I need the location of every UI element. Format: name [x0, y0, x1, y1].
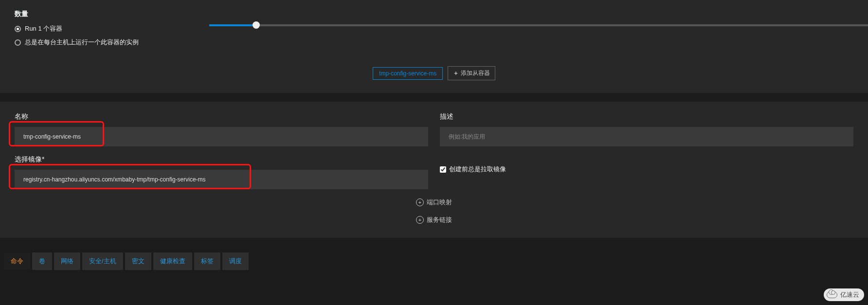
radio-icon [15, 39, 21, 46]
description-label: 描述 [440, 112, 853, 121]
service-link-label: 服务链接 [427, 215, 452, 224]
slider-fill [209, 24, 255, 26]
settings-tabs: 命令 卷 网络 安全/主机 密文 健康检查 标签 调度 [0, 252, 868, 270]
always-pull-label: 创建前总是拉取镜像 [449, 165, 506, 174]
plus-circle-icon: + [416, 216, 424, 224]
add-secondary-label: 添加从容器 [461, 69, 490, 77]
tab-health-check[interactable]: 健康检查 [153, 252, 192, 270]
quantity-panel: 数量 Run 1 个容器 总是在每台主机上运行一个此容器的实例 tmp-conf… [0, 0, 868, 93]
tab-command[interactable]: 命令 [4, 252, 30, 270]
add-secondary-container-button[interactable]: ＋ 添加从容器 [448, 66, 495, 80]
tab-volumes[interactable]: 卷 [32, 252, 52, 270]
plus-icon: ＋ [453, 69, 459, 77]
radio-label: Run 1 个容器 [25, 24, 62, 33]
slider-handle[interactable] [253, 21, 260, 29]
description-input[interactable] [440, 127, 853, 146]
plus-circle-icon: + [416, 198, 424, 206]
primary-container-pill[interactable]: tmp-config-service-ms [373, 67, 443, 80]
name-input[interactable] [15, 127, 428, 146]
name-label: 名称 [15, 112, 428, 121]
quantity-title: 数量 [15, 10, 853, 18]
radio-icon [15, 26, 21, 32]
slider-track [209, 24, 868, 26]
port-mapping-link[interactable]: + 端口映射 [15, 198, 853, 207]
container-pill-row: tmp-config-service-ms ＋ 添加从容器 [15, 66, 853, 80]
image-label: 选择镜像* [15, 155, 428, 164]
tab-security-host[interactable]: 安全/主机 [82, 252, 123, 270]
tab-labels[interactable]: 标签 [194, 252, 220, 270]
container-count-slider[interactable] [209, 24, 868, 26]
form-col-left: 名称 选择镜像* [15, 112, 428, 189]
radio-label: 总是在每台主机上运行一个此容器的实例 [25, 38, 139, 47]
always-pull-checkbox-row[interactable]: 创建前总是拉取镜像 [440, 165, 853, 174]
always-pull-checkbox[interactable] [440, 166, 446, 173]
tab-secrets[interactable]: 密文 [125, 252, 151, 270]
image-input[interactable] [15, 170, 428, 189]
tab-scheduling[interactable]: 调度 [222, 252, 249, 270]
tab-network[interactable]: 网络 [54, 252, 80, 270]
container-form-panel: 名称 选择镜像* 描述 创建前总是拉取镜像 + 端 [0, 102, 868, 238]
quantity-option-always-one[interactable]: 总是在每台主机上运行一个此容器的实例 [15, 38, 853, 47]
service-link-link[interactable]: + 服务链接 [15, 215, 853, 224]
port-mapping-label: 端口映射 [427, 198, 452, 207]
form-col-right: 描述 创建前总是拉取镜像 [440, 112, 853, 189]
